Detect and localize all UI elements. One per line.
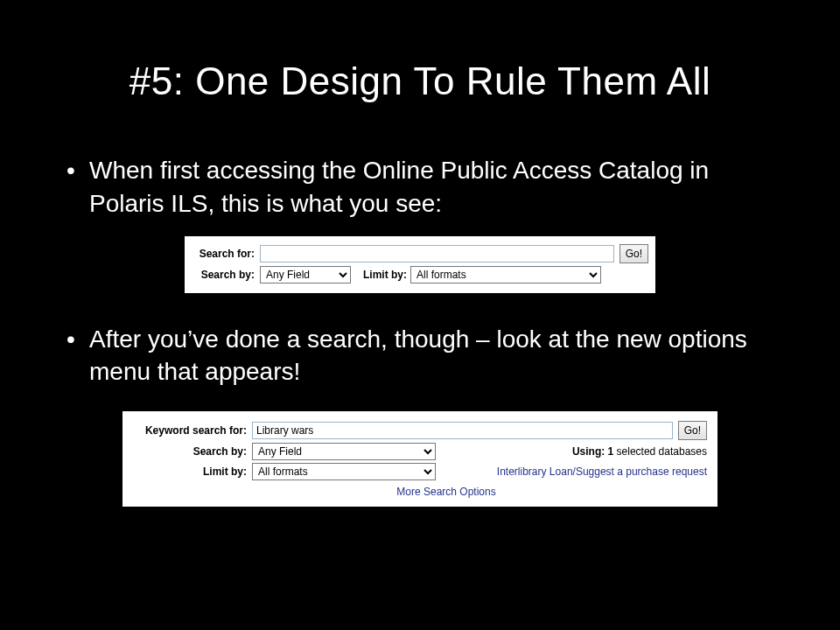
limit-by-label-2: Limit by: — [133, 466, 247, 478]
keyword-search-input[interactable] — [252, 422, 673, 439]
go-button-2[interactable]: Go! — [678, 421, 707, 440]
limit-by-label: Limit by: — [363, 269, 407, 281]
limit-by-select[interactable]: All formats — [410, 266, 601, 284]
using-suffix: selected databases — [613, 445, 707, 458]
more-search-options-link[interactable]: More Search Options — [396, 486, 495, 498]
keyword-search-for-label: Keyword search for: — [133, 424, 247, 437]
bullet-2: After you’ve done a search, though – loo… — [61, 323, 779, 389]
search-panel-after: Keyword search for: Go! Search by: Any F… — [122, 411, 718, 507]
search-panel-initial: Search for: Go! Search by: Any Field Lim… — [185, 236, 655, 293]
go-button[interactable]: Go! — [620, 244, 648, 263]
bullet-1: When first accessing the Online Public A… — [61, 154, 779, 220]
search-by-select[interactable]: Any Field — [260, 266, 351, 284]
search-by-label-2: Search by: — [133, 445, 247, 458]
search-for-input[interactable] — [260, 245, 614, 262]
limit-by-select-2[interactable]: All formats — [252, 463, 436, 480]
using-prefix: Using: — [572, 445, 608, 458]
search-by-select-2[interactable]: Any Field — [252, 443, 436, 460]
slide-title: #5: One Design To Rule Them All — [0, 60, 840, 103]
search-by-label: Search by: — [192, 269, 255, 281]
slide-content: When first accessing the Online Public A… — [61, 154, 779, 507]
ill-suggest-link[interactable]: Interlibrary Loan/Suggest a purchase req… — [497, 466, 707, 478]
search-for-label: Search for: — [192, 248, 255, 260]
using-databases-text: Using: 1 selected databases — [436, 445, 707, 458]
